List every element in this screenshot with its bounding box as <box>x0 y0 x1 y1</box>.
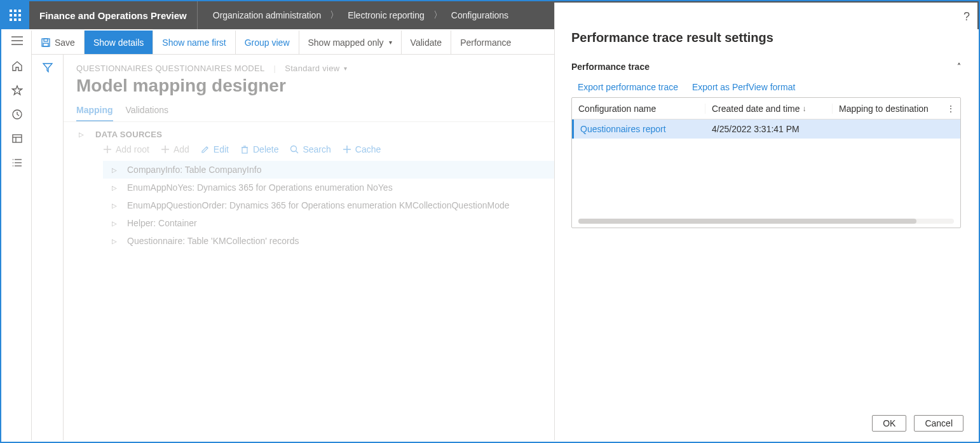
validate-button[interactable]: Validate <box>402 31 452 54</box>
save-button[interactable]: Save <box>32 31 85 54</box>
svg-rect-4 <box>14 14 17 17</box>
show-name-first-label: Show name first <box>162 37 226 48</box>
scrollbar-thumb[interactable] <box>578 219 916 224</box>
show-name-first-button[interactable]: Show name first <box>153 31 235 54</box>
column-header-label: Mapping to destination <box>839 104 929 114</box>
svg-line-34 <box>296 151 299 154</box>
add-root-button: Add root <box>103 144 149 154</box>
svg-rect-6 <box>10 18 12 21</box>
breadcrumb-bar: Organization administration 〉 Electronic… <box>198 10 508 21</box>
show-mapped-only-label: Show mapped only <box>308 37 384 48</box>
trash-icon <box>240 145 249 154</box>
breadcrumb-item[interactable]: Organization administration <box>213 10 321 20</box>
chevron-down-icon: ▾ <box>389 39 392 46</box>
expand-caret-icon[interactable]: ▷ <box>109 220 119 227</box>
column-header-label: Created date and time <box>712 104 800 114</box>
tree-item-label: Helper: Container <box>127 218 197 228</box>
chevron-down-icon: ▾ <box>344 65 347 72</box>
grid-body: Questionnaires report 4/25/2022 3:31:41 … <box>572 119 960 228</box>
group-view-button[interactable]: Group view <box>236 31 299 54</box>
view-name: Standard view <box>285 64 339 73</box>
svg-rect-1 <box>14 10 17 12</box>
add-button: Add <box>161 144 189 154</box>
page-caption: QUESTIONNAIRES QUESTIONNAIRES MODEL <box>76 64 265 73</box>
expand-caret-icon[interactable]: ▷ <box>109 184 119 191</box>
svg-rect-5 <box>18 14 21 17</box>
app-launcher-button[interactable] <box>1 1 29 29</box>
show-details-label: Show details <box>93 37 144 48</box>
column-options-icon[interactable]: ⋮ <box>946 104 960 114</box>
search-icon <box>290 145 299 154</box>
grid-header-row: Configuration name Created date and time… <box>572 98 960 119</box>
edit-button[interactable]: Edit <box>201 144 229 154</box>
plus-icon <box>161 145 170 154</box>
chevron-up-icon: ˄ <box>957 62 961 71</box>
column-header-mapping-to[interactable]: Mapping to destination <box>833 104 946 114</box>
plus-icon <box>103 145 112 154</box>
tab-mapping[interactable]: Mapping <box>76 105 113 121</box>
column-header-configuration-name[interactable]: Configuration name <box>572 104 705 114</box>
tree-item-label: CompanyInfo: Table CompanyInfo <box>127 165 261 175</box>
column-header-created-date[interactable]: Created date and time ↓ <box>705 104 833 114</box>
group-view-label: Group view <box>245 37 290 48</box>
expand-caret-icon[interactable]: ▷ <box>109 238 119 245</box>
recent-icon[interactable] <box>11 108 24 121</box>
modules-icon[interactable] <box>11 156 24 169</box>
panel-footer: OK Cancel <box>555 406 977 440</box>
left-navigation-rail <box>3 31 32 440</box>
breadcrumb-item[interactable]: Electronic reporting <box>348 10 425 20</box>
tab-validations[interactable]: Validations <box>126 105 168 121</box>
data-sources-title: DATA SOURCES <box>95 130 162 139</box>
save-icon <box>41 37 51 48</box>
show-mapped-only-button[interactable]: Show mapped only ▾ <box>299 31 402 54</box>
expand-caret-icon[interactable]: ▷ <box>109 167 119 174</box>
plus-icon <box>343 145 351 154</box>
filter-icon[interactable] <box>41 61 54 74</box>
performance-button[interactable]: Performance <box>451 31 520 54</box>
add-label: Add <box>174 144 189 154</box>
export-perfview-link[interactable]: Export as PerfView format <box>692 82 795 92</box>
delete-button[interactable]: Delete <box>240 144 278 154</box>
expand-caret-icon[interactable]: ▷ <box>76 131 86 138</box>
waffle-icon <box>10 10 21 21</box>
tree-item-label: Questionnaire: Table 'KMCollection' reco… <box>127 236 299 246</box>
ok-button[interactable]: OK <box>872 415 906 432</box>
trace-grid: Configuration name Created date and time… <box>571 97 961 228</box>
view-selector[interactable]: Standard view ▾ <box>285 64 347 73</box>
search-label: Search <box>303 144 330 154</box>
tree-item-label: EnumAppNoYes: Dynamics 365 for Operation… <box>127 182 393 193</box>
cell-created-date: 4/25/2022 3:31:41 PM <box>705 124 833 134</box>
favorites-icon[interactable] <box>11 84 24 97</box>
svg-rect-8 <box>18 18 21 21</box>
chevron-right-icon: 〉 <box>330 10 339 21</box>
svg-rect-3 <box>10 14 12 17</box>
hamburger-menu-button[interactable] <box>11 34 24 47</box>
expand-caret-icon[interactable]: ▷ <box>109 202 119 209</box>
edit-label: Edit <box>214 144 229 154</box>
cache-label: Cache <box>355 144 381 154</box>
panel-section-header[interactable]: Performance trace ˄ <box>571 58 961 76</box>
home-icon[interactable] <box>11 60 24 72</box>
grid-row[interactable]: Questionnaires report 4/25/2022 3:31:41 … <box>572 119 960 139</box>
svg-rect-13 <box>13 135 22 142</box>
chevron-right-icon: 〉 <box>433 10 442 21</box>
cache-button[interactable]: Cache <box>343 144 381 154</box>
show-details-button[interactable]: Show details <box>85 31 153 54</box>
caption-divider: | <box>274 64 276 73</box>
search-button[interactable]: Search <box>290 144 330 154</box>
save-label: Save <box>55 37 75 48</box>
horizontal-scrollbar[interactable] <box>578 219 954 224</box>
svg-rect-24 <box>43 43 48 46</box>
panel-title: Performance trace result settings <box>555 31 977 58</box>
help-icon[interactable]: ? <box>963 10 970 24</box>
workspaces-icon[interactable] <box>11 132 24 145</box>
cell-configuration-name[interactable]: Questionnaires report <box>574 124 705 134</box>
cancel-button[interactable]: Cancel <box>914 415 963 432</box>
export-trace-link[interactable]: Export performance trace <box>578 82 678 92</box>
panel-section-title: Performance trace <box>571 62 650 72</box>
validate-label: Validate <box>411 37 442 48</box>
edit-icon <box>201 145 210 154</box>
column-header-label: Configuration name <box>578 104 656 114</box>
add-root-label: Add root <box>116 144 149 154</box>
breadcrumb-item[interactable]: Configurations <box>451 10 508 20</box>
